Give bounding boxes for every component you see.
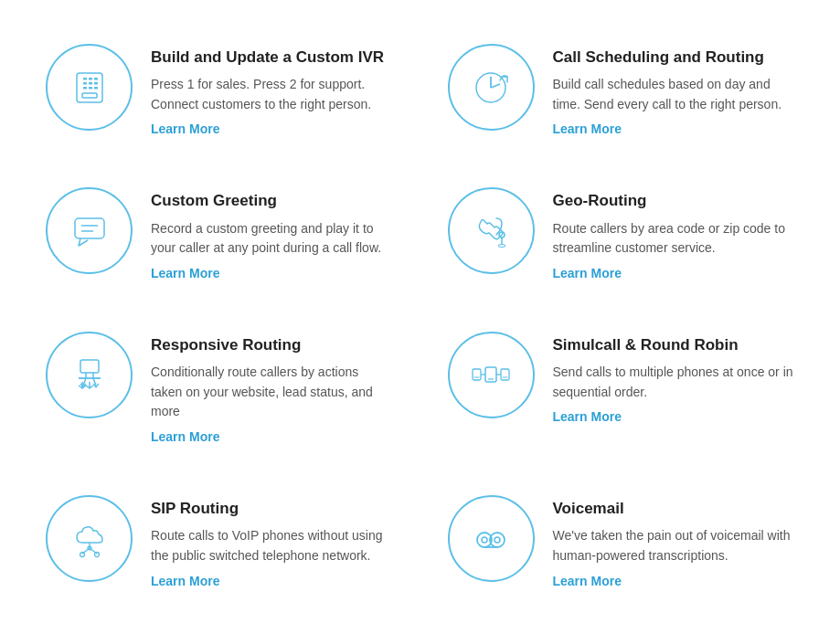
greeting-content: Custom Greeting Record a custom greeting…	[151, 187, 393, 280]
voicemail-title: Voicemail	[553, 499, 795, 519]
feature-geo-routing: Geo-Routing Route callers by area code o…	[420, 162, 823, 305]
feature-responsive-routing: Responsive Routing Conditionally route c…	[18, 306, 420, 470]
scheduling-title: Call Scheduling and Routing	[553, 48, 795, 68]
svg-line-22	[491, 84, 500, 88]
scheduling-content: Call Scheduling and Routing Build call s…	[553, 44, 795, 136]
responsive-learn-more[interactable]: Learn More	[151, 429, 393, 444]
feature-greeting: Custom Greeting Record a custom greeting…	[18, 162, 420, 305]
clock-icon	[467, 64, 515, 111]
geo-content: Geo-Routing Route callers by area code o…	[553, 187, 795, 280]
scheduling-learn-more[interactable]: Learn More	[553, 122, 795, 136]
svg-rect-17	[83, 87, 87, 90]
clock-icon-circle	[448, 44, 535, 131]
sip-title: SIP Routing	[151, 499, 393, 519]
feature-simulcall: Simulcall & Round Robin Send calls to mu…	[420, 306, 823, 470]
simulcall-icon	[467, 351, 515, 398]
responsive-icon	[66, 351, 113, 398]
simulcall-icon-circle	[448, 332, 535, 418]
responsive-desc: Conditionally route callers by actions t…	[151, 363, 393, 422]
ivr-icon-circle	[46, 44, 133, 131]
greeting-learn-more[interactable]: Learn More	[151, 266, 393, 280]
voicemail-learn-more[interactable]: Learn More	[553, 574, 795, 588]
svg-point-28	[498, 244, 505, 247]
ivr-content: Build and Update a Custom IVR Press 1 fo…	[151, 44, 393, 136]
svg-rect-23	[75, 218, 104, 238]
svg-rect-13	[94, 78, 98, 80]
ivr-desc: Press 1 for sales. Press 2 for support. …	[151, 75, 393, 114]
geo-learn-more[interactable]: Learn More	[553, 266, 795, 280]
svg-rect-29	[80, 360, 99, 373]
geo-icon-circle	[448, 187, 535, 274]
responsive-icon-circle	[46, 332, 133, 418]
geo-desc: Route callers by area code or zip code t…	[553, 219, 795, 259]
svg-point-54	[494, 537, 500, 543]
svg-rect-41	[501, 369, 509, 380]
svg-rect-16	[94, 82, 98, 85]
responsive-content: Responsive Routing Conditionally route c…	[151, 332, 393, 444]
geo-icon	[467, 207, 515, 255]
sip-icon-circle	[46, 495, 133, 582]
sip-content: SIP Routing Route calls to VoIP phones w…	[151, 495, 393, 587]
svg-rect-12	[89, 78, 92, 80]
greeting-desc: Record a custom greeting and play it to …	[151, 219, 393, 259]
sip-desc: Route calls to VoIP phones without using…	[151, 526, 393, 565]
voicemail-content: Voicemail We've taken the pain out of vo…	[553, 495, 795, 587]
simulcall-desc: Send calls to multiple phones at once or…	[553, 363, 795, 402]
simulcall-content: Simulcall & Round Robin Send calls to mu…	[553, 332, 795, 424]
scheduling-desc: Build call schedules based on day and ti…	[553, 75, 795, 114]
feature-voicemail: Voicemail We've taken the pain out of vo…	[420, 470, 823, 613]
greeting-title: Custom Greeting	[151, 191, 393, 211]
features-grid: Build and Update a Custom IVR Press 1 fo…	[18, 18, 822, 614]
chat-icon	[66, 207, 113, 255]
simulcall-learn-more[interactable]: Learn More	[553, 409, 795, 424]
svg-rect-10	[82, 93, 97, 98]
svg-rect-15	[89, 82, 92, 85]
svg-rect-37	[485, 367, 496, 382]
feature-custom-ivr: Build and Update a Custom IVR Press 1 fo…	[18, 18, 420, 162]
simulcall-title: Simulcall & Round Robin	[553, 335, 795, 355]
svg-rect-19	[94, 87, 98, 90]
svg-rect-14	[83, 82, 87, 85]
svg-rect-18	[89, 87, 92, 90]
voicemail-icon	[467, 515, 515, 563]
ivr-title: Build and Update a Custom IVR	[151, 48, 393, 68]
voicemail-icon-circle	[448, 495, 535, 582]
ivr-icon	[66, 64, 113, 111]
svg-rect-11	[83, 78, 87, 80]
geo-title: Geo-Routing	[553, 191, 795, 211]
feature-sip-routing: SIP Routing Route calls to VoIP phones w…	[18, 470, 420, 613]
svg-point-53	[482, 537, 487, 543]
svg-rect-39	[473, 369, 481, 380]
responsive-title: Responsive Routing	[151, 335, 393, 355]
sip-learn-more[interactable]: Learn More	[151, 574, 393, 588]
ivr-learn-more[interactable]: Learn More	[151, 122, 393, 136]
chat-icon-circle	[46, 187, 133, 274]
sip-icon	[66, 515, 113, 563]
feature-call-scheduling: Call Scheduling and Routing Build call s…	[420, 18, 823, 162]
voicemail-desc: We've taken the pain out of voicemail wi…	[553, 526, 795, 565]
